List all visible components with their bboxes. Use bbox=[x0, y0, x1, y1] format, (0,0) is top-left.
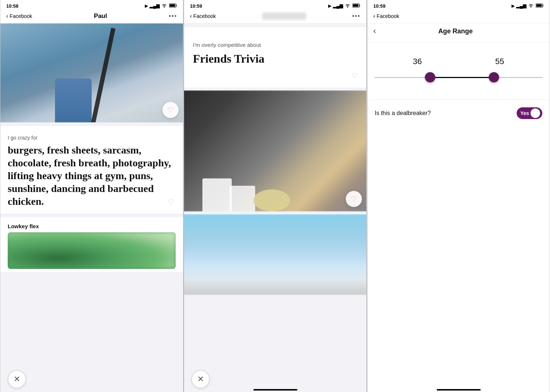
back-button-2[interactable]: ‹ Facebook bbox=[190, 13, 216, 19]
nav-bar-3: ‹ Facebook bbox=[367, 10, 550, 23]
photo-2-container bbox=[184, 90, 366, 211]
svg-rect-2 bbox=[170, 4, 175, 7]
profile-name-1: Paul bbox=[32, 12, 169, 20]
photo-3-container bbox=[184, 214, 366, 295]
location-icon-2: ▶ bbox=[328, 4, 331, 8]
back-label-2: Facebook bbox=[193, 13, 216, 19]
home-indicator-2 bbox=[253, 389, 297, 391]
svg-point-6 bbox=[531, 6, 532, 7]
lowkey-photo bbox=[8, 232, 176, 269]
wifi-icon-1 bbox=[161, 3, 167, 9]
back-chevron-2: ‹ bbox=[190, 13, 192, 19]
location-icon-3: ▶ bbox=[511, 4, 514, 8]
x-icon-1[interactable]: ✕ bbox=[8, 370, 26, 388]
like-button-trivia[interactable]: ♡ bbox=[347, 69, 362, 83]
blurred-name-container bbox=[216, 12, 352, 20]
page-back-chevron[interactable]: ‹ bbox=[373, 26, 376, 36]
dislike-button-1[interactable]: ✕ bbox=[8, 370, 26, 388]
status-bar-1: 10:58 ▶ ▂▄▆ bbox=[0, 0, 183, 10]
dealbreaker-toggle[interactable]: Yes bbox=[517, 107, 542, 119]
signal-icon-2: ▂▄▆ bbox=[333, 3, 343, 8]
dealbreaker-label: Is this a dealbreaker? bbox=[375, 110, 431, 117]
svg-point-0 bbox=[164, 6, 165, 7]
lowkey-label: Lowkey flex bbox=[8, 223, 176, 229]
age-min-value: 36 bbox=[413, 57, 422, 66]
photo-bg-1 bbox=[0, 23, 183, 122]
age-max-value: 55 bbox=[495, 57, 504, 66]
photo-card-3 bbox=[184, 214, 366, 295]
time-1: 10:58 bbox=[6, 3, 18, 9]
signal-icon-3: ▂▄▆ bbox=[516, 3, 526, 8]
back-button-3[interactable]: ‹ Facebook bbox=[373, 13, 399, 19]
trivia-card: I'm overly competitive about Friends Tri… bbox=[184, 27, 366, 88]
status-bar-3: 10:59 ▶ ▂▄▆ bbox=[367, 0, 550, 10]
soup-bowl bbox=[253, 189, 290, 211]
x-icon-2[interactable]: ✕ bbox=[191, 370, 210, 388]
battery-icon-3 bbox=[536, 3, 544, 9]
battery-icon-1 bbox=[169, 3, 177, 9]
toggle-circle bbox=[531, 108, 540, 118]
back-chevron-3: ‹ bbox=[373, 13, 375, 19]
time-2: 10:59 bbox=[190, 3, 202, 9]
profile-photo-1: ♡ bbox=[0, 23, 183, 122]
nav-bar-2: ‹ Facebook ••• bbox=[184, 10, 366, 23]
phone-1: 10:58 ▶ ▂▄▆ ‹ Facebook Paul ••• bbox=[0, 0, 183, 392]
photo-card-2: ♡ bbox=[184, 90, 366, 211]
phone-3: 10:59 ▶ ▂▄▆ ‹ Facebook ‹ Age Range bbox=[367, 0, 550, 392]
wifi-icon-3 bbox=[528, 3, 534, 9]
phone1-scroll: ♡ I go crazy for burgers, fresh sheets, … bbox=[0, 23, 183, 392]
status-bar-2: 10:59 ▶ ▂▄▆ bbox=[184, 0, 366, 10]
crazy-for-card: I go crazy for burgers, fresh sheets, sa… bbox=[0, 126, 183, 214]
svg-point-3 bbox=[347, 6, 348, 7]
lowkey-section: Lowkey flex bbox=[0, 217, 183, 272]
location-icon-1: ▶ bbox=[145, 4, 148, 8]
photo-3-bg bbox=[184, 214, 366, 295]
more-button-1[interactable]: ••• bbox=[169, 13, 177, 19]
more-button-2[interactable]: ••• bbox=[352, 13, 360, 19]
card-label-1: I go crazy for bbox=[8, 135, 176, 141]
time-3: 10:59 bbox=[373, 3, 385, 9]
trivia-title: Friends Trivia bbox=[193, 52, 358, 66]
dislike-button-2[interactable]: ✕ bbox=[191, 370, 210, 388]
shirt bbox=[55, 78, 92, 122]
signal-icon-1: ▂▄▆ bbox=[150, 3, 160, 8]
back-chevron-1: ‹ bbox=[6, 13, 8, 19]
slider-track bbox=[375, 77, 542, 78]
status-icons-1: ▶ ▂▄▆ bbox=[145, 3, 177, 9]
lowkey-photo-inner bbox=[8, 232, 176, 269]
svg-rect-5 bbox=[353, 4, 359, 7]
card-text-1: burgers, fresh sheets, sarcasm, chocolat… bbox=[8, 144, 176, 208]
like-button-photo-1[interactable]: ♡ bbox=[162, 102, 179, 118]
age-numbers-row: 36 55 bbox=[375, 57, 542, 66]
svg-rect-8 bbox=[536, 4, 542, 7]
back-label-1: Facebook bbox=[10, 13, 32, 19]
slider-thumb-max[interactable] bbox=[489, 72, 499, 82]
slider-inactive-left bbox=[375, 77, 425, 78]
trivia-label: I'm overly competitive about bbox=[193, 42, 358, 48]
wifi-icon-2 bbox=[345, 3, 351, 9]
phone-2: 10:59 ▶ ▂▄▆ ‹ Facebook ••• bbox=[183, 0, 367, 392]
slider-thumb-min[interactable] bbox=[425, 72, 435, 82]
glass-2 bbox=[230, 186, 255, 211]
age-slider[interactable] bbox=[375, 70, 542, 85]
status-icons-2: ▶ ▂▄▆ bbox=[328, 3, 360, 9]
back-label-3: Facebook bbox=[377, 13, 399, 19]
glass-1 bbox=[202, 178, 232, 211]
home-indicator-3 bbox=[437, 389, 481, 391]
battery-icon-2 bbox=[352, 3, 360, 9]
phone2-scroll: I'm overly competitive about Friends Tri… bbox=[184, 23, 366, 392]
status-icons-3: ▶ ▂▄▆ bbox=[511, 3, 544, 9]
like-button-text-1[interactable]: ♡ bbox=[164, 195, 179, 209]
blurred-profile-name bbox=[262, 12, 306, 20]
dealbreaker-row: Is this a dealbreaker? Yes bbox=[367, 100, 550, 126]
page-title: Age Range bbox=[376, 27, 535, 35]
age-range-header: ‹ Age Range bbox=[367, 23, 550, 42]
toggle-yes-label: Yes bbox=[520, 110, 529, 116]
nav-bar-1: ‹ Facebook Paul ••• bbox=[0, 10, 183, 23]
back-button-1[interactable]: ‹ Facebook bbox=[6, 13, 32, 19]
